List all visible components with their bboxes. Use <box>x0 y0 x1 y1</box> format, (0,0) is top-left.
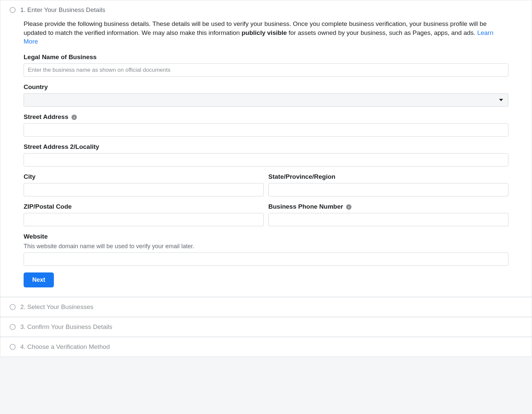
radio-unchecked-icon <box>10 304 16 310</box>
state-label: State/Province/Region <box>268 173 508 180</box>
step-3-header[interactable]: 3. Confirm Your Business Details <box>0 317 532 337</box>
step-4-title: 4. Choose a Verification Method <box>20 343 110 351</box>
step-1-body: Please provide the following business de… <box>0 20 532 297</box>
step-2-panel: 2. Select Your Businesses <box>0 297 532 317</box>
zip-label: ZIP/Postal Code <box>24 203 264 210</box>
radio-unchecked-icon <box>10 7 16 13</box>
street-address-label: Street Address i <box>24 113 508 121</box>
country-label: Country <box>24 83 508 91</box>
next-button[interactable]: Next <box>24 272 54 287</box>
step-1-title: 1. Enter Your Business Details <box>20 6 105 14</box>
phone-label-text: Business Phone Number <box>268 203 343 210</box>
country-select-wrapper <box>24 93 508 107</box>
website-label: Website <box>24 233 508 240</box>
city-label: City <box>24 173 264 180</box>
zip-input[interactable] <box>24 213 264 226</box>
step-2-title: 2. Select Your Businesses <box>20 303 93 311</box>
street-address-group: Street Address i <box>24 113 508 137</box>
step-3-panel: 3. Confirm Your Business Details <box>0 317 532 337</box>
intro-text-after: for assets owned by your business, such … <box>287 29 477 36</box>
step-2-header[interactable]: 2. Select Your Businesses <box>0 297 532 317</box>
legal-name-label: Legal Name of Business <box>24 53 508 61</box>
country-select[interactable] <box>24 93 508 107</box>
street-address-input[interactable] <box>24 123 508 137</box>
legal-name-group: Legal Name of Business <box>24 53 508 77</box>
phone-group: Business Phone Number i <box>268 203 508 226</box>
website-hint: This website domain name will be used to… <box>24 243 508 250</box>
state-group: State/Province/Region <box>268 173 508 196</box>
radio-unchecked-icon <box>10 324 16 330</box>
step-1-panel: 1. Enter Your Business Details Please pr… <box>0 0 532 297</box>
street-address2-input[interactable] <box>24 153 508 166</box>
website-input[interactable] <box>24 253 508 266</box>
zip-group: ZIP/Postal Code <box>24 203 264 226</box>
step-1-header[interactable]: 1. Enter Your Business Details <box>0 0 532 20</box>
business-verification-wizard: 1. Enter Your Business Details Please pr… <box>0 0 532 357</box>
step-4-header[interactable]: 4. Choose a Verification Method <box>0 337 532 357</box>
info-icon[interactable]: i <box>346 204 351 210</box>
phone-label: Business Phone Number i <box>268 203 508 210</box>
intro-text: Please provide the following business de… <box>24 20 508 46</box>
country-group: Country <box>24 83 508 107</box>
step-3-title: 3. Confirm Your Business Details <box>20 323 112 331</box>
city-group: City <box>24 173 264 196</box>
website-group: Website This website domain name will be… <box>24 233 508 266</box>
city-state-row: City State/Province/Region <box>24 173 508 203</box>
street-address-label-text: Street Address <box>24 113 68 120</box>
state-input[interactable] <box>268 183 508 196</box>
city-input[interactable] <box>24 183 264 196</box>
zip-phone-row: ZIP/Postal Code Business Phone Number i <box>24 203 508 233</box>
intro-bold: publicly visible <box>241 29 287 36</box>
phone-input[interactable] <box>268 213 508 226</box>
legal-name-input[interactable] <box>24 63 508 77</box>
step-4-panel: 4. Choose a Verification Method <box>0 337 532 357</box>
radio-unchecked-icon <box>10 344 16 350</box>
info-icon[interactable]: i <box>71 115 77 120</box>
street-address2-label: Street Address 2/Locality <box>24 143 508 151</box>
street-address2-group: Street Address 2/Locality <box>24 143 508 166</box>
